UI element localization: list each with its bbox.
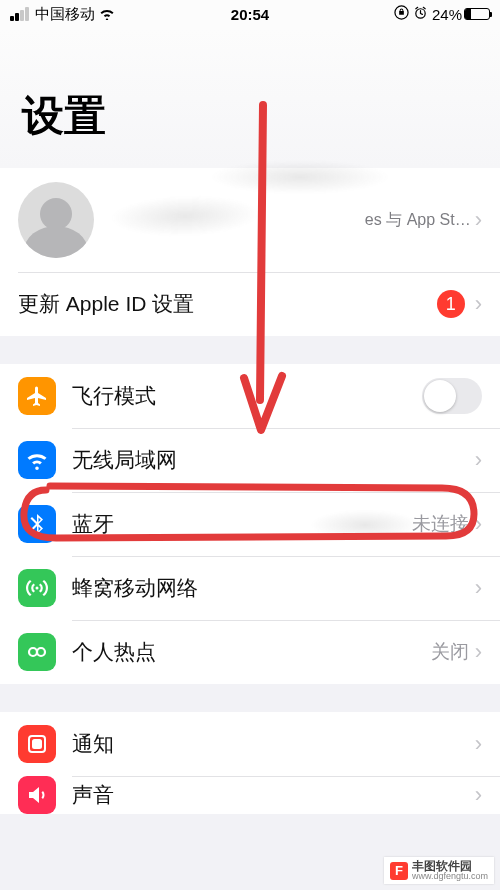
sounds-label: 声音 <box>72 781 475 809</box>
cellular-icon <box>18 569 56 607</box>
avatar <box>18 182 94 258</box>
sounds-icon <box>18 776 56 814</box>
apple-id-update-row[interactable]: 更新 Apple ID 设置 1 › <box>0 272 500 336</box>
redaction-smudge <box>210 160 390 194</box>
battery-percent: 24% <box>432 6 462 23</box>
chevron-right-icon: › <box>475 207 482 233</box>
alarm-icon <box>413 5 428 23</box>
chevron-right-icon: › <box>475 782 482 808</box>
bluetooth-row[interactable]: 蓝牙 未连接 › <box>0 492 500 556</box>
chevron-right-icon: › <box>475 575 482 601</box>
chevron-right-icon: › <box>475 447 482 473</box>
bluetooth-icon <box>18 505 56 543</box>
notification-badge: 1 <box>437 290 465 318</box>
status-right: 24% <box>394 5 490 23</box>
chevron-right-icon: › <box>475 511 482 537</box>
page-title: 设置 <box>0 28 500 168</box>
hotspot-value: 关闭 <box>431 639 469 665</box>
watermark-url: www.dgfengtu.com <box>412 872 488 881</box>
cellular-label: 蜂窝移动网络 <box>72 574 475 602</box>
airplane-icon <box>18 377 56 415</box>
svg-point-3 <box>37 648 45 656</box>
sounds-row[interactable]: 声音 › <box>0 776 500 814</box>
svg-point-2 <box>29 648 37 656</box>
notifications-label: 通知 <box>72 730 475 758</box>
svg-rect-5 <box>33 740 41 748</box>
orientation-lock-icon <box>394 5 409 23</box>
wifi-row[interactable]: 无线局域网 › <box>0 428 500 492</box>
status-bar: 中国移动 20:54 24% <box>0 0 500 28</box>
hotspot-icon <box>18 633 56 671</box>
chevron-right-icon: › <box>475 639 482 665</box>
watermark-logo-icon: F <box>390 862 408 880</box>
group-connectivity: 飞行模式 无线局域网 › 蓝牙 未连接 › 蜂窝移动网络 › 个人热点 关闭 › <box>0 364 500 684</box>
group-notifications: 通知 › 声音 › <box>0 712 500 814</box>
wifi-status-icon <box>99 6 115 23</box>
notifications-icon <box>18 725 56 763</box>
status-left: 中国移动 <box>10 5 115 24</box>
redaction-smudge <box>310 510 420 540</box>
cellular-row[interactable]: 蜂窝移动网络 › <box>0 556 500 620</box>
notifications-row[interactable]: 通知 › <box>0 712 500 776</box>
watermark: F 丰图软件园 www.dgfengtu.com <box>384 857 494 884</box>
hotspot-row[interactable]: 个人热点 关闭 › <box>0 620 500 684</box>
hotspot-label: 个人热点 <box>72 638 431 666</box>
wifi-label: 无线局域网 <box>72 446 475 474</box>
status-time: 20:54 <box>231 6 269 23</box>
airplane-toggle[interactable] <box>422 378 482 414</box>
wifi-icon <box>18 441 56 479</box>
apple-id-label: 更新 Apple ID 设置 <box>18 290 437 318</box>
redaction-smudge <box>109 193 260 238</box>
airplane-label: 飞行模式 <box>72 382 422 410</box>
carrier-label: 中国移动 <box>35 5 95 24</box>
airplane-mode-row[interactable]: 飞行模式 <box>0 364 500 428</box>
bluetooth-value: 未连接 <box>412 511 469 537</box>
chevron-right-icon: › <box>475 731 482 757</box>
chevron-right-icon: › <box>475 291 482 317</box>
signal-icon <box>10 7 29 21</box>
battery-indicator: 24% <box>432 6 490 23</box>
